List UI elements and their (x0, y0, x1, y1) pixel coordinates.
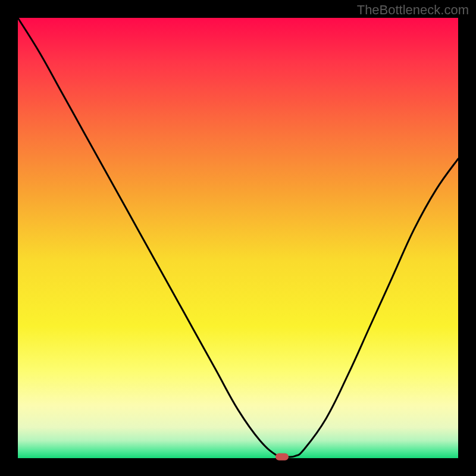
chart-svg (0, 0, 476, 476)
watermark-text: TheBottleneck.com (357, 2, 469, 18)
optimal-marker (275, 453, 289, 461)
plot-background (18, 18, 458, 458)
chart-container (0, 0, 476, 476)
